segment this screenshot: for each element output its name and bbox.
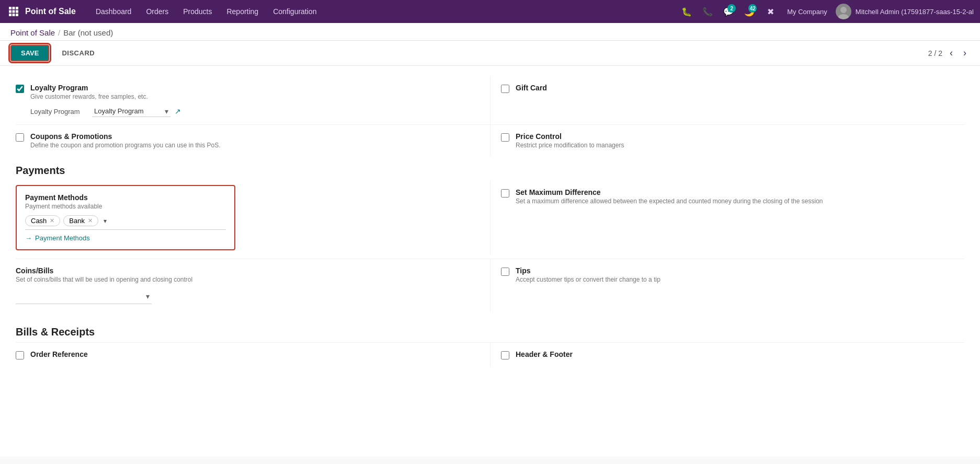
order-ref-label: Order Reference [30, 350, 480, 358]
payment-methods-section: Payment Methods Payment methods availabl… [16, 181, 490, 254]
moon-badge: 42 [748, 4, 757, 13]
tips-info: Tips Accept customer tips or convert the… [516, 266, 964, 283]
discard-button[interactable]: DISCARD [55, 46, 101, 60]
loyalty-section: Loyalty Program Give customer rewards, f… [16, 76, 490, 124]
next-page-button[interactable]: › [960, 47, 970, 60]
pm-label: Payment Methods [25, 193, 226, 202]
giftcard-label: Gift Card [516, 84, 964, 92]
set-max-diff-label: Set Maximum Difference [516, 188, 964, 196]
breadcrumb-current: Bar (not used) [63, 28, 113, 37]
loyalty-giftcard-row: Loyalty Program Give customer rewards, f… [16, 76, 964, 124]
coins-desc: Set of coins/bills that will be used in … [16, 276, 480, 283]
svg-rect-1 [13, 7, 15, 9]
order-ref-section: Order Reference [16, 343, 490, 367]
main-content: Loyalty Program Give customer rewards, f… [0, 66, 980, 457]
header-footer-checkbox[interactable] [501, 351, 509, 359]
app-brand: Point of Sale [25, 7, 76, 16]
svg-rect-5 [16, 10, 18, 13]
coupons-section: Coupons & Promotions Define the coupon a… [16, 125, 490, 156]
breadcrumb-parent[interactable]: Point of Sale [10, 28, 55, 37]
company-name: My Company [787, 8, 827, 16]
loyalty-field-row: Loyalty Program Loyalty Program ▾ ↗ [30, 106, 480, 117]
loyalty-item: Loyalty Program Give customer rewards, f… [16, 76, 480, 124]
order-ref-info: Order Reference [30, 350, 480, 358]
coins-item: Coins/Bills Set of coins/bills that will… [16, 259, 480, 311]
svg-rect-0 [9, 7, 12, 9]
giftcard-section: Gift Card [490, 76, 964, 124]
coupons-price-row: Coupons & Promotions Define the coupon a… [16, 124, 964, 156]
save-button[interactable]: SAVE [10, 45, 49, 61]
set-max-diff-section: Set Maximum Difference Set a maximum dif… [490, 181, 964, 254]
giftcard-item: Gift Card [501, 76, 964, 100]
grid-icon[interactable] [6, 4, 21, 19]
tools-icon-btn[interactable]: ✖ [762, 3, 779, 20]
chat-badge: 2 [727, 4, 736, 13]
payments-heading: Payments [16, 156, 964, 181]
username: Mitchell Admin (17591877-saas-15-2-al [856, 8, 974, 16]
coupons-item: Coupons & Promotions Define the coupon a… [16, 125, 480, 156]
topnav-menu: Dashboard Orders Products Reporting Conf… [88, 0, 678, 23]
bug-icon-btn[interactable]: 🐛 [678, 3, 695, 20]
nav-products[interactable]: Products [176, 0, 219, 23]
moon-icon-btn[interactable]: 🌙 42 [741, 3, 758, 20]
svg-rect-6 [9, 14, 12, 16]
pm-dropdown-arrow-icon[interactable]: ▾ [104, 217, 107, 225]
tips-checkbox[interactable] [501, 268, 509, 276]
giftcard-info: Gift Card [516, 84, 964, 92]
nav-dashboard[interactable]: Dashboard [88, 0, 139, 23]
set-max-diff-info: Set Maximum Difference Set a maximum dif… [516, 188, 964, 205]
prev-page-button[interactable]: ‹ [947, 47, 956, 60]
loyalty-desc: Give customer rewards, free samples, etc… [30, 93, 480, 100]
svg-point-10 [838, 14, 849, 19]
bills-row: Order Reference Header & Footer [16, 342, 964, 367]
nav-configuration[interactable]: Configuration [266, 0, 324, 23]
set-max-diff-desc: Set a maximum difference allowed between… [516, 198, 964, 205]
coins-section: Coins/Bills Set of coins/bills that will… [16, 259, 490, 311]
pm-tag-cash: Cash ✕ [25, 215, 60, 226]
svg-rect-8 [16, 14, 18, 16]
price-control-section: Price Control Restrict price modificatio… [490, 125, 964, 156]
topnav-right: 🐛 📞 💬 2 🌙 42 ✖ My Company Mitchell Admin… [678, 3, 974, 20]
coins-info: Coins/Bills Set of coins/bills that will… [16, 266, 480, 304]
pm-link-arrow-icon: → [25, 234, 32, 242]
loyalty-program-select[interactable]: Loyalty Program [92, 106, 170, 117]
header-footer-item: Header & Footer [501, 343, 964, 367]
breadcrumb-separator: / [58, 28, 60, 37]
coupons-desc: Define the coupon and promotion programs… [30, 142, 480, 149]
loyalty-checkbox[interactable] [16, 85, 24, 93]
topnav: Point of Sale Dashboard Orders Products … [0, 0, 980, 23]
coupons-checkbox[interactable] [16, 133, 24, 142]
price-control-checkbox[interactable] [501, 133, 509, 142]
giftcard-checkbox[interactable] [501, 85, 509, 93]
pm-tag-cash-remove[interactable]: ✕ [50, 217, 54, 224]
svg-rect-7 [13, 14, 15, 16]
loyalty-sub-label: Loyalty Program [30, 108, 88, 115]
svg-point-9 [840, 7, 847, 13]
pm-desc: Payment methods available [25, 203, 226, 210]
nav-reporting[interactable]: Reporting [219, 0, 266, 23]
chat-icon-btn[interactable]: 💬 2 [720, 3, 737, 20]
coupons-label: Coupons & Promotions [30, 132, 480, 141]
toolbar: SAVE DISCARD 2 / 2 ‹ › [0, 41, 980, 66]
user-avatar[interactable] [836, 4, 851, 19]
coins-label: Coins/Bills [16, 266, 480, 275]
pm-link-label[interactable]: Payment Methods [35, 234, 90, 242]
tips-label: Tips [516, 266, 964, 275]
order-ref-checkbox[interactable] [16, 351, 24, 359]
phone-icon-btn[interactable]: 📞 [699, 3, 716, 20]
tips-item: Tips Accept customer tips or convert the… [501, 259, 964, 291]
price-control-info: Price Control Restrict price modificatio… [516, 132, 964, 149]
payment-methods-row: Payment Methods Payment methods availabl… [16, 181, 964, 254]
coins-bills-select[interactable] [16, 293, 152, 304]
pm-link[interactable]: → Payment Methods [25, 234, 226, 242]
price-control-label: Price Control [516, 132, 964, 141]
nav-orders[interactable]: Orders [139, 0, 176, 23]
svg-rect-3 [9, 10, 12, 13]
pm-tag-bank-remove[interactable]: ✕ [88, 217, 93, 224]
loyalty-external-link-icon[interactable]: ↗ [175, 107, 181, 115]
breadcrumb: Point of Sale / Bar (not used) [10, 28, 970, 37]
coupons-info: Coupons & Promotions Define the coupon a… [30, 132, 480, 149]
tips-desc: Accept customer tips or convert their ch… [516, 276, 964, 283]
set-max-diff-checkbox[interactable] [501, 189, 509, 198]
order-ref-item: Order Reference [16, 343, 480, 367]
